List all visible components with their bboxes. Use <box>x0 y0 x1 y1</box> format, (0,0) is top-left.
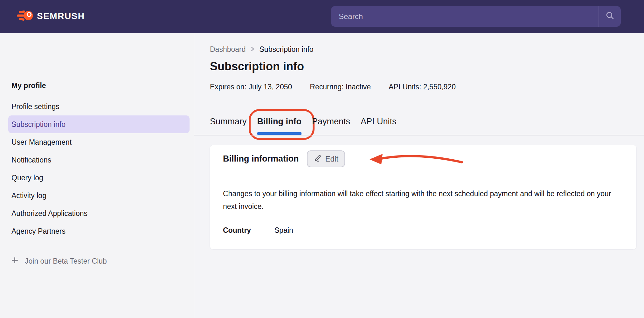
edit-button[interactable]: Edit <box>307 150 345 167</box>
card-title: Billing information <box>223 154 299 164</box>
tab-summary[interactable]: Summary <box>210 116 247 127</box>
api-units-value: API Units: 2,550,920 <box>389 83 456 91</box>
subscription-tabs: Summary Billing info Payments API Units <box>210 116 397 127</box>
expires-on-value: Expires on: July 13, 2050 <box>210 83 292 91</box>
global-search-bar <box>331 6 621 27</box>
billing-change-note: Changes to your billing information will… <box>223 187 617 213</box>
tab-billing-info[interactable]: Billing info <box>257 116 301 127</box>
sidebar-item-query-log[interactable]: Query log <box>8 169 190 187</box>
sidebar-nav: Profile settings Subscription info User … <box>0 98 194 240</box>
sidebar-item-user-management[interactable]: User Management <box>8 133 190 151</box>
profile-sidebar: My profile Profile settings Subscription… <box>0 33 194 318</box>
beta-tester-club-link[interactable]: Join our Beta Tester Club <box>11 257 107 266</box>
billing-information-card: Billing information Edit <box>210 145 637 250</box>
card-body: Changes to your billing information will… <box>210 173 636 235</box>
semrush-comet-icon <box>17 10 33 23</box>
tabs-divider <box>194 135 644 135</box>
breadcrumb: Dashboard Subscription info <box>210 45 314 54</box>
semrush-app-window: SEMRUSH My profile Profile settings Subs… <box>0 0 644 318</box>
beta-tester-club-label: Join our Beta Tester Club <box>25 257 107 266</box>
edit-button-label: Edit <box>325 155 338 163</box>
country-field-label: Country <box>223 226 274 235</box>
sidebar-item-profile-settings[interactable]: Profile settings <box>8 98 190 115</box>
active-tab-underline <box>257 132 301 135</box>
annotation-arrow <box>369 151 464 167</box>
sidebar-item-notifications[interactable]: Notifications <box>8 151 190 169</box>
main-content: Dashboard Subscription info Subscription… <box>194 33 644 318</box>
chevron-right-icon <box>250 45 255 54</box>
sidebar-item-authorized-applications[interactable]: Authorized Applications <box>8 204 190 222</box>
breadcrumb-dashboard-link[interactable]: Dashboard <box>210 45 246 54</box>
semrush-wordmark: SEMRUSH <box>37 11 85 21</box>
plus-icon <box>11 257 18 266</box>
top-navbar: SEMRUSH <box>0 0 644 33</box>
sidebar-section-title: My profile <box>11 81 46 90</box>
tab-payments[interactable]: Payments <box>312 116 350 127</box>
recurring-value: Recurring: Inactive <box>310 83 371 91</box>
page-title: Subscription info <box>210 60 304 73</box>
search-input[interactable] <box>331 6 599 27</box>
sidebar-item-activity-log[interactable]: Activity log <box>8 187 190 204</box>
search-submit-button[interactable] <box>599 6 621 27</box>
country-field-value: Spain <box>274 226 293 235</box>
pencil-icon <box>314 154 322 164</box>
subscription-meta: Expires on: July 13, 2050 Recurring: Ina… <box>210 83 456 91</box>
breadcrumb-current: Subscription info <box>260 45 314 54</box>
tab-billing-info-label: Billing info <box>257 117 301 126</box>
semrush-logo[interactable]: SEMRUSH <box>17 10 85 23</box>
card-header: Billing information Edit <box>210 145 636 173</box>
tab-api-units[interactable]: API Units <box>361 116 397 127</box>
country-field-row: Country Spain <box>223 226 636 235</box>
sidebar-item-agency-partners[interactable]: Agency Partners <box>8 222 190 240</box>
sidebar-item-subscription-info[interactable]: Subscription info <box>8 115 190 133</box>
search-icon <box>605 11 615 22</box>
